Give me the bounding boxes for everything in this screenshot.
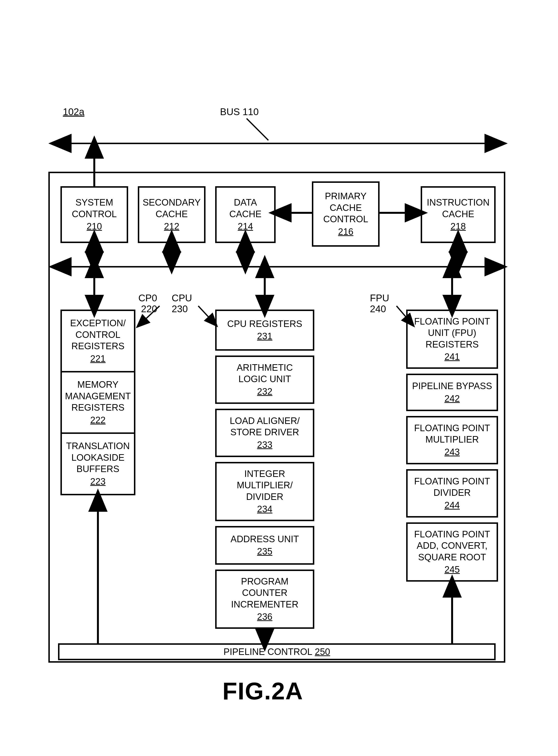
- l2: COUNTER: [242, 587, 287, 599]
- label: ADDRESS UNIT: [231, 533, 299, 545]
- diagram-page: 102a BUS 110 SYSTEM CONTROL 210 SECONDAR…: [0, 0, 558, 756]
- ref: 242: [445, 393, 460, 405]
- l3: DIVIDER: [246, 491, 283, 503]
- fpu-label: FPU 240: [370, 293, 399, 314]
- translation-lookaside-buffers-box: TRANSLATION LOOKASIDE BUFFERS 223: [60, 432, 135, 495]
- l3: REGISTERS: [71, 341, 125, 352]
- ref: 231: [257, 331, 272, 342]
- ref: 245: [445, 564, 460, 576]
- ref: 232: [257, 386, 272, 398]
- l2: DIVIDER: [433, 487, 471, 499]
- l1: MEMORY: [77, 379, 119, 390]
- ref: 236: [257, 611, 272, 623]
- ref: 222: [90, 414, 105, 426]
- ref: 210: [86, 221, 102, 232]
- l1: TRANSLATION: [66, 440, 130, 452]
- label: CPU REGISTERS: [227, 318, 302, 330]
- figure-ref-label: 102a: [63, 106, 84, 117]
- l2: MANAGEMENT: [65, 390, 131, 402]
- l2: LOOKASIDE: [71, 452, 125, 463]
- ref: 212: [164, 221, 179, 232]
- l3: BUFFERS: [76, 463, 119, 475]
- l3: INCREMENTER: [231, 599, 299, 610]
- l3: SQUARE ROOT: [418, 552, 486, 563]
- pipeline-bypass-box: PIPELINE BYPASS 242: [406, 374, 498, 411]
- ref: 214: [238, 221, 253, 232]
- l2: UNIT (FPU): [428, 327, 476, 339]
- internal-bus-line: [58, 266, 498, 268]
- label: PIPELINE CONTROL: [224, 647, 312, 657]
- ref: 243: [445, 447, 460, 458]
- data-cache-box: DATA CACHE 214: [215, 186, 276, 243]
- ref: 234: [257, 504, 272, 515]
- fp-multiplier-box: FLOATING POINT MULTIPLIER 243: [406, 416, 498, 464]
- ref: 218: [450, 221, 466, 232]
- label: SECONDARY CACHE: [141, 197, 203, 220]
- l2: MULTIPLIER: [425, 434, 479, 446]
- address-unit-box: ADDRESS UNIT 235: [215, 526, 314, 565]
- l1: FLOATING POINT: [414, 316, 490, 327]
- l2: CONTROL: [75, 329, 120, 341]
- l1: PROGRAM: [241, 576, 288, 587]
- label-l1: PRIMARY: [325, 191, 366, 202]
- l2: ADD, CONVERT,: [417, 540, 488, 552]
- fp-add-conv-sqrt-box: FLOATING POINT ADD, CONVERT, SQUARE ROOT…: [406, 522, 498, 582]
- primary-cache-control-box: PRIMARY CACHE CONTROL 216: [312, 181, 380, 247]
- fp-divider-box: FLOATING POINT DIVIDER 244: [406, 469, 498, 518]
- instruction-cache-box: INSTRUCTION CACHE 218: [421, 186, 496, 243]
- ref: 244: [445, 500, 460, 511]
- ref: 216: [338, 226, 353, 238]
- l3: REGISTERS: [71, 402, 125, 413]
- pc-incrementer-box: PROGRAM COUNTER INCREMENTER 236: [215, 570, 314, 629]
- l1: FLOATING POINT: [414, 476, 490, 487]
- l1: EXCEPTION/: [70, 318, 126, 329]
- ref: 221: [90, 353, 105, 365]
- fpu-registers-box: FLOATING POINT UNIT (FPU) REGISTERS 241: [406, 309, 498, 369]
- ref: 223: [90, 476, 105, 487]
- l1: FLOATING POINT: [414, 529, 490, 540]
- alu-box: ARITHMETIC LOGIC UNIT 232: [215, 355, 314, 404]
- label-l2: CACHE: [330, 202, 362, 214]
- l1: LOAD ALIGNER/: [230, 415, 300, 427]
- secondary-cache-box: SECONDARY CACHE 212: [138, 186, 205, 243]
- label: INSTRUCTION CACHE: [424, 197, 493, 220]
- ref: 250: [315, 647, 330, 657]
- label-l3: CONTROL: [323, 213, 368, 225]
- label: DATA CACHE: [218, 197, 273, 220]
- l2: MULTIPLIER/: [237, 480, 293, 491]
- figure-caption: FIG.2A: [223, 677, 303, 705]
- label: SYSTEM CONTROL: [64, 197, 125, 220]
- cpu-registers-box: CPU REGISTERS 231: [215, 309, 314, 351]
- load-store-box: LOAD ALIGNER/ STORE DRIVER 233: [215, 409, 314, 457]
- l1: INTEGER: [245, 468, 285, 480]
- exception-control-registers-box: EXCEPTION/ CONTROL REGISTERS 221: [60, 309, 135, 373]
- svg-line-2: [247, 119, 269, 140]
- ref: 233: [257, 439, 272, 451]
- pipeline-control-box: PIPELINE CONTROL 250: [58, 643, 496, 660]
- l1: ARITHMETIC: [237, 362, 293, 374]
- label: PIPELINE BYPASS: [412, 380, 492, 392]
- memory-management-registers-box: MEMORY MANAGEMENT REGISTERS 222: [60, 371, 135, 434]
- ref: 241: [445, 351, 460, 363]
- int-mul-div-box: INTEGER MULTIPLIER/ DIVIDER 234: [215, 462, 314, 521]
- l1: FLOATING POINT: [414, 423, 490, 434]
- system-control-box: SYSTEM CONTROL 210: [60, 186, 128, 243]
- cpu-label: CPU 230: [172, 293, 201, 314]
- bus-110-line: [58, 143, 498, 144]
- l2: LOGIC UNIT: [238, 373, 291, 385]
- ref: 235: [257, 546, 272, 557]
- bus-label: BUS 110: [220, 106, 259, 117]
- l3: REGISTERS: [426, 339, 479, 350]
- l2: STORE DRIVER: [230, 427, 299, 438]
